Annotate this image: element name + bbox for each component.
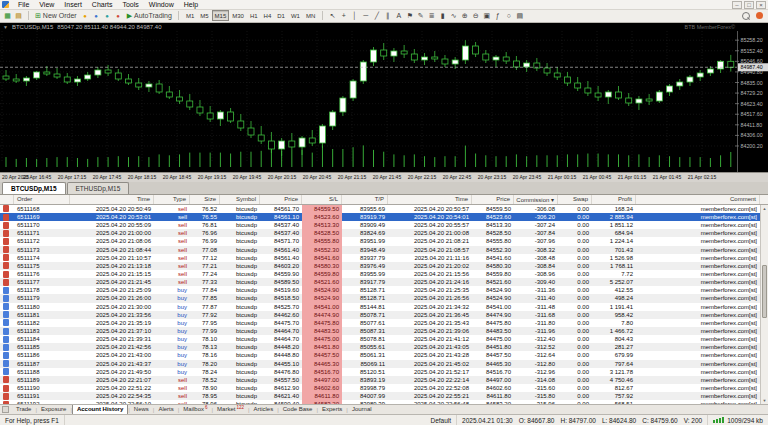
trendline-icon[interactable]: ╱ — [371, 10, 382, 21]
cursor-icon[interactable]: ↖ — [327, 10, 338, 21]
toolbox-dock-icon[interactable] — [2, 406, 9, 413]
chart-tab-ethusdp[interactable]: ETHUSDp,M15 — [67, 182, 130, 194]
column-header-order[interactable]: Order — [14, 195, 70, 204]
horizontal-line-icon[interactable]: ─ — [360, 10, 371, 21]
chat-icon[interactable]: ● — [113, 10, 124, 21]
menu-charts[interactable]: Charts — [87, 0, 118, 10]
chart-candles-icon[interactable]: ▮ — [437, 10, 448, 21]
table-scrollbar[interactable]: ▲ ▼ — [760, 205, 768, 404]
table-row[interactable]: 65111912025.04.20 22:54:35sell78.95btcus… — [0, 392, 768, 400]
chart-canvas[interactable]: 85258.2085152.4085046.6084940.8084835.00… — [0, 31, 768, 172]
templates-icon[interactable]: ▤ — [514, 10, 525, 21]
column-header-price[interactable]: Price — [472, 195, 514, 204]
time-axis[interactable]: 20 Apr 202520 Apr 16:4520 Apr 17:1520 Ap… — [0, 172, 768, 182]
table-row[interactable]: 65111792025.04.20 21:26:00buy77.85btcusd… — [0, 294, 768, 302]
column-header-time[interactable]: Time — [70, 195, 154, 204]
column-header-commission[interactable]: Commission ▾ — [514, 195, 558, 204]
timeframe-w1-button[interactable]: W1 — [288, 10, 303, 21]
table-row[interactable]: 65111782025.04.20 21:25:09buy77.84btcusd… — [0, 286, 768, 294]
chart-line-icon[interactable]: ∿ — [448, 10, 459, 21]
zoom-out-icon[interactable]: ⊖ — [470, 10, 481, 21]
table-row[interactable]: 65111922025.04.20 22:56:10sell78.96btcus… — [0, 400, 768, 404]
table-row[interactable]: 65111802025.04.20 21:30:00buy77.87btcusd… — [0, 303, 768, 311]
label-flag-icon[interactable]: ⚑ — [404, 10, 415, 21]
tab-trade[interactable]: Trade — [12, 405, 35, 414]
table-row[interactable]: 65111852025.04.20 21:42:56buy78.13btcusd… — [0, 343, 768, 351]
table-row[interactable]: 65111772025.04.20 21:21:45sell77.33btcus… — [0, 278, 768, 286]
table-row[interactable]: 65111842025.04.20 21:39:31buy78.10btcusd… — [0, 335, 768, 343]
table-row[interactable]: 65111752025.04.20 21:13:18sell77.21btcus… — [0, 262, 768, 270]
chart-bars-icon[interactable]: ≣ — [426, 10, 437, 21]
community-icon[interactable]: ● — [91, 10, 102, 21]
table-row[interactable]: 65111812025.04.20 21:33:56buy77.92btcusd… — [0, 311, 768, 319]
autotrading-button[interactable]: ▶ AutoTrading — [125, 10, 174, 21]
web-icon[interactable]: ● — [102, 10, 113, 21]
chart-title-bar[interactable]: ▼ BTCUSDp,M15 85047.20 85111.40 84944.20… — [0, 23, 768, 31]
new-chart-button[interactable]: ▦ — [2, 10, 13, 21]
text-icon[interactable]: A — [393, 10, 404, 21]
column-header-swap[interactable]: Swap — [558, 195, 592, 204]
column-header-profit[interactable]: Profit — [592, 195, 636, 204]
menu-insert[interactable]: Insert — [59, 0, 87, 10]
restore-button[interactable]: □ — [744, 1, 754, 9]
column-header-type[interactable]: Type — [154, 195, 190, 204]
column-header-symbol[interactable]: Symbol — [220, 195, 260, 204]
column-header-size[interactable]: Size — [190, 195, 220, 204]
column-header-icon[interactable] — [0, 195, 14, 204]
table-row[interactable]: 65111682025.04.20 20:50:49sell76.52btcus… — [0, 205, 768, 213]
tab-market[interactable]: Market122 — [213, 405, 248, 414]
tab-journal[interactable]: Journal — [348, 405, 376, 414]
menu-tools[interactable]: Tools — [117, 0, 143, 10]
scroll-down-icon[interactable]: ▼ — [761, 397, 768, 404]
table-row[interactable]: 65111762025.04.20 21:15:15sell77.24btcus… — [0, 270, 768, 278]
table-row[interactable]: 65111692025.04.20 20:53:01sell76.55btcus… — [0, 213, 768, 221]
table-row[interactable]: 65111882025.04.20 21:49:50buy78.24btcusd… — [0, 368, 768, 376]
scroll-up-icon[interactable]: ▲ — [761, 205, 768, 212]
minimize-button[interactable]: – — [732, 1, 742, 9]
table-row[interactable]: 65111712025.04.20 21:00:00sell76.96btcus… — [0, 229, 768, 237]
table-row[interactable]: 65111722025.04.20 21:08:06sell76.99btcus… — [0, 237, 768, 245]
profile-selector[interactable]: Default — [425, 415, 457, 425]
tab-articles[interactable]: Articles — [250, 405, 278, 414]
new-order-button[interactable]: ⊞ New Order — [33, 10, 79, 21]
table-row[interactable]: 65111862025.04.20 21:43:00buy78.16btcusd… — [0, 351, 768, 359]
chart-menu-icon[interactable]: ▼ — [3, 24, 8, 30]
tile-windows-icon[interactable]: ▣ — [481, 10, 492, 21]
crosshair-icon[interactable]: + — [338, 10, 349, 21]
column-header-sl[interactable]: S/L — [302, 195, 342, 204]
vertical-line-icon[interactable]: │ — [349, 10, 360, 21]
tab-account-history[interactable]: Account History — [72, 405, 128, 415]
table-row[interactable]: 65111892025.04.20 22:21:07sell78.52btcus… — [0, 376, 768, 384]
column-header-price[interactable]: Price — [260, 195, 302, 204]
scrollbar-thumb[interactable] — [762, 265, 767, 319]
tab-code-base[interactable]: Code Base — [279, 405, 317, 414]
table-row[interactable]: 65111822025.04.20 21:35:19buy77.95btcusd… — [0, 319, 768, 327]
tab-mailbox[interactable]: Mailbox6 — [179, 405, 211, 414]
timeframe-m5-button[interactable]: M5 — [197, 10, 211, 21]
timeframe-m15-button[interactable]: M15 — [212, 10, 230, 21]
table-row[interactable]: 65111702025.04.20 20:55:09sell76.81btcus… — [0, 221, 768, 229]
menu-view[interactable]: View — [34, 0, 59, 10]
menu-window[interactable]: Window — [144, 0, 179, 10]
tab-news[interactable]: News — [130, 405, 153, 414]
timeframe-h4-button[interactable]: H4 — [261, 10, 275, 21]
tab-exposure[interactable]: Exposure — [37, 405, 70, 414]
draw-icon[interactable]: ✎ — [415, 10, 426, 21]
tab-experts[interactable]: Experts — [318, 405, 346, 414]
tab-alerts[interactable]: Alerts — [154, 405, 177, 414]
timeframe-h1-button[interactable]: H1 — [247, 10, 261, 21]
channel-icon[interactable]: ∥ — [382, 10, 393, 21]
column-header-time[interactable]: Time — [388, 195, 472, 204]
menu-help[interactable]: Help — [179, 0, 203, 10]
table-row[interactable]: 65111902025.04.20 22:51:22sell78.90btcus… — [0, 384, 768, 392]
toolbox-icon[interactable]: ● — [80, 10, 91, 21]
notification-icon[interactable] — [756, 12, 763, 19]
search-button[interactable] — [740, 10, 752, 21]
column-header-comment[interactable]: Comment — [636, 195, 760, 204]
menu-file[interactable]: File — [13, 0, 34, 10]
timeframe-mn-button[interactable]: MN — [303, 10, 318, 21]
column-header-tp[interactable]: T/P — [342, 195, 388, 204]
table-row[interactable]: 65111732025.04.20 21:08:44sell77.08btcus… — [0, 246, 768, 254]
zoom-in-icon[interactable]: ⊕ — [459, 10, 470, 21]
timeframe-m30-button[interactable]: M30 — [229, 10, 247, 21]
